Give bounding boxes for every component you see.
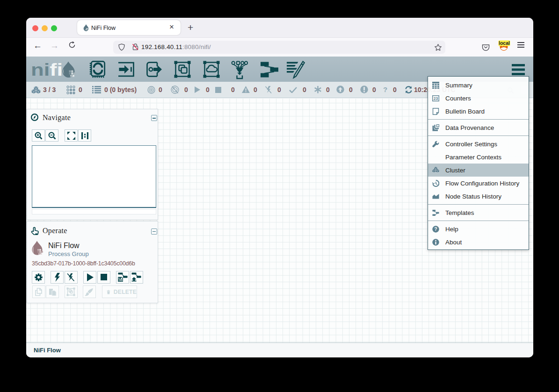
svg-text:?: ? bbox=[434, 226, 437, 232]
svg-text:23: 23 bbox=[434, 96, 438, 100]
svg-text:local: local bbox=[499, 40, 510, 46]
